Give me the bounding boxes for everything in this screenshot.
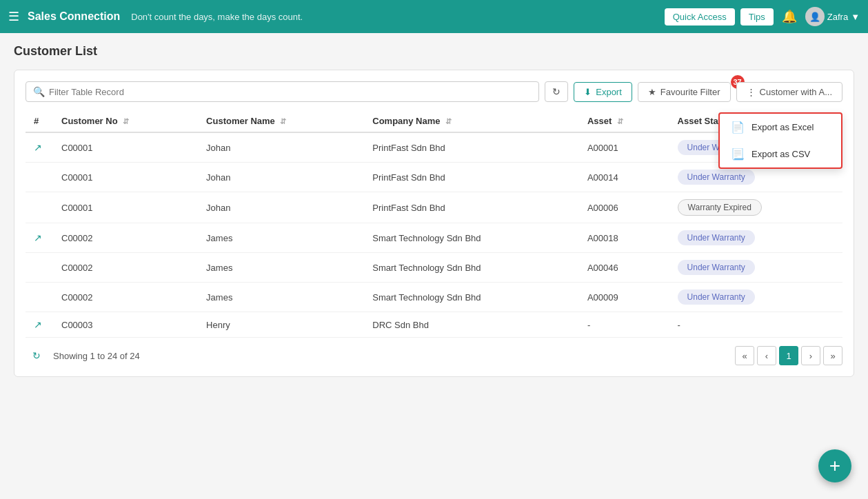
quick-access-button[interactable]: Quick Access — [665, 8, 735, 26]
app-logo: Sales Connection — [28, 10, 120, 23]
asset-cell: A00018 — [579, 223, 669, 253]
page-1-button[interactable]: 1 — [779, 346, 798, 365]
fab-button[interactable]: + — [818, 449, 851, 482]
search-box[interactable]: 🔍 — [26, 81, 539, 102]
notifications-icon[interactable]: 🔔 — [779, 6, 800, 27]
table-row: ↗C00002JamesSmart Technology Sdn BhdA000… — [26, 223, 842, 253]
first-page-button[interactable]: « — [735, 346, 754, 365]
main-card: 🔍 ↻ ⬇ Export ★ Favourite Filter 37 ⋮ Cus… — [14, 70, 854, 377]
customer-name-cell: James — [198, 223, 364, 253]
search-icon: 🔍 — [33, 86, 45, 97]
customer-name-cell: James — [198, 283, 364, 312]
customer-no-cell: C00001 — [53, 163, 198, 192]
prev-page-button[interactable]: ‹ — [757, 346, 776, 365]
avatar: 👤 — [805, 7, 825, 26]
asset-status-cell: Under Warranty — [669, 283, 842, 312]
columns-icon: ⋮ — [747, 87, 756, 97]
export-dropdown: 📄 Export as Excel 📃 Export as CSV — [718, 112, 842, 169]
header-right: Quick Access Tips 🔔 👤 Zafra ▼ — [665, 6, 860, 27]
status-badge: Under Warranty — [678, 260, 755, 275]
col-company-name[interactable]: Company Name ⇵ — [364, 110, 579, 132]
asset-status-cell: Warranty Expired — [669, 192, 842, 223]
table-row: C00002JamesSmart Technology Sdn BhdA0004… — [26, 253, 842, 283]
sort-icon: ⇵ — [445, 117, 452, 125]
row-index: ↗ — [26, 132, 53, 163]
download-icon: ⬇ — [584, 87, 592, 97]
page-body: Customer List 🔍 ↻ ⬇ Export ★ Favourite F… — [0, 33, 868, 388]
sort-icon: ⇵ — [617, 117, 623, 125]
chevron-down-icon: ▼ — [851, 12, 860, 22]
asset-cell: A00001 — [579, 132, 669, 163]
row-index — [26, 283, 53, 312]
table-row: C00002JamesSmart Technology Sdn BhdA0000… — [26, 283, 842, 312]
favourite-filter-button[interactable]: ★ Favourite Filter — [638, 82, 731, 102]
asset-status-cell: - — [669, 312, 842, 338]
search-input[interactable] — [49, 87, 532, 97]
star-icon: ★ — [648, 87, 656, 97]
customer-no-cell: C00002 — [53, 223, 198, 253]
sort-icon: ⇵ — [280, 117, 286, 125]
table-row: C00001JohanPrintFast Sdn BhdA00006Warran… — [26, 192, 842, 223]
asset-cell: - — [579, 312, 669, 338]
row-index: ↗ — [26, 312, 53, 338]
col-customer-no[interactable]: Customer No ⇵ — [53, 110, 198, 132]
export-button[interactable]: ⬇ Export — [574, 82, 632, 102]
last-page-button[interactable]: » — [823, 346, 842, 365]
customer-name-cell: Henry — [198, 312, 364, 338]
export-excel-item[interactable]: 📄 Export as Excel — [720, 114, 841, 141]
refresh-button[interactable]: ↻ — [545, 81, 568, 102]
customer-name-cell: Johan — [198, 132, 364, 163]
col-asset[interactable]: Asset ⇵ — [579, 110, 669, 132]
customer-name-cell: Johan — [198, 192, 364, 223]
company-name-cell: PrintFast Sdn Bhd — [364, 192, 579, 223]
row-link-icon[interactable]: ↗ — [34, 142, 42, 153]
status-badge: Under Warranty — [678, 170, 755, 185]
customer-no-cell: C00001 — [53, 132, 198, 163]
sort-icon: ⇵ — [123, 117, 129, 125]
row-index — [26, 192, 53, 223]
asset-status-cell: Under Warranty — [669, 223, 842, 253]
customer-name-cell: James — [198, 253, 364, 283]
column-filter-button[interactable]: ⋮ Customer with A... — [736, 82, 842, 102]
company-name-cell: DRC Sdn Bhd — [364, 312, 579, 338]
customer-no-cell: C00002 — [53, 283, 198, 312]
row-index — [26, 253, 53, 283]
user-menu[interactable]: 👤 Zafra ▼ — [805, 7, 860, 26]
row-link-icon[interactable]: ↗ — [34, 319, 42, 330]
customer-no-cell: C00001 — [53, 192, 198, 223]
company-name-cell: PrintFast Sdn Bhd — [364, 132, 579, 163]
table-row: ↗C00003HenryDRC Sdn Bhd-- — [26, 312, 842, 338]
row-link-icon[interactable]: ↗ — [34, 232, 42, 243]
app-header: ☰ Sales Connection Don't count the days,… — [0, 0, 868, 33]
table-footer: ↻ Showing 1 to 24 of 24 « ‹ 1 › » — [26, 346, 842, 365]
tips-button[interactable]: Tips — [740, 8, 774, 26]
asset-cell: A00006 — [579, 192, 669, 223]
col-hash: # — [26, 110, 53, 132]
company-name-cell: Smart Technology Sdn Bhd — [364, 283, 579, 312]
customer-name-cell: Johan — [198, 163, 364, 192]
row-index: ↗ — [26, 223, 53, 253]
asset-cell: A00046 — [579, 253, 669, 283]
row-index — [26, 163, 53, 192]
status-badge: Warranty Expired — [678, 199, 762, 216]
company-name-cell: Smart Technology Sdn Bhd — [364, 223, 579, 253]
next-page-button[interactable]: › — [801, 346, 820, 365]
page-title: Customer List — [14, 44, 854, 59]
asset-cell: A00009 — [579, 283, 669, 312]
showing-text: Showing 1 to 24 of 24 — [53, 351, 140, 361]
asset-cell: A00014 — [579, 163, 669, 192]
export-csv-item[interactable]: 📃 Export as CSV — [720, 141, 841, 167]
customer-no-cell: C00003 — [53, 312, 198, 338]
status-badge: Under Warranty — [678, 289, 755, 305]
menu-icon[interactable]: ☰ — [8, 9, 19, 24]
company-name-cell: Smart Technology Sdn Bhd — [364, 253, 579, 283]
pagination: « ‹ 1 › » — [735, 346, 842, 365]
filter-button-wrapper: 37 ⋮ Customer with A... 📄 Export as Exce… — [736, 82, 842, 102]
col-customer-name[interactable]: Customer Name ⇵ — [198, 110, 364, 132]
excel-icon: 📄 — [731, 121, 745, 134]
asset-status-cell: Under Warranty — [669, 253, 842, 283]
footer-refresh-icon[interactable]: ↻ — [26, 346, 48, 365]
user-name: Zafra — [827, 12, 848, 22]
csv-icon: 📃 — [731, 147, 745, 161]
company-name-cell: PrintFast Sdn Bhd — [364, 163, 579, 192]
